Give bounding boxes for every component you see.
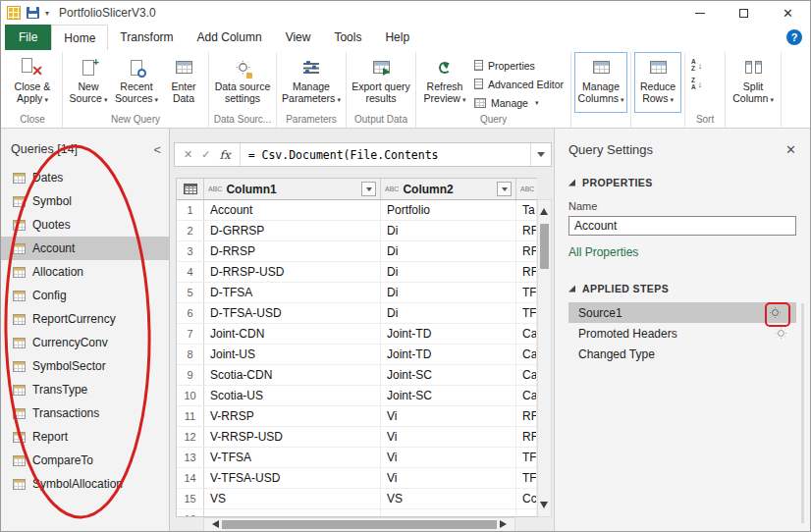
commit-formula-icon[interactable]: ✓ xyxy=(201,148,210,161)
row-number[interactable]: 5 xyxy=(177,283,204,302)
refresh-preview-button[interactable]: Refresh Preview▾ xyxy=(419,52,470,113)
filter-button[interactable] xyxy=(497,182,512,196)
export-query-results-button[interactable]: Export query results xyxy=(350,52,412,113)
filter-button[interactable] xyxy=(361,182,376,196)
horizontal-scrollbar[interactable] xyxy=(203,517,515,532)
ribbon-group-output-data: Export query results Output Data xyxy=(347,52,416,128)
table-row: 4D-RRSP-USDDiRF xyxy=(177,262,537,283)
formula-bar: ✕ ✓ fx = Csv.Document(File.Contents xyxy=(174,142,552,167)
row-number[interactable]: 9 xyxy=(177,365,204,385)
row-number[interactable]: 14 xyxy=(177,468,204,488)
ribbon-group-new-query: + New Source▾ Recent Sources▾ Enter Data… xyxy=(63,52,209,128)
collapse-pane-icon[interactable]: < xyxy=(153,143,161,156)
tab-help[interactable]: Help xyxy=(373,25,421,50)
advanced-editor-button[interactable]: Advanced Editor xyxy=(470,77,568,91)
cancel-formula-icon[interactable]: ✕ xyxy=(184,148,192,161)
tab-tools[interactable]: Tools xyxy=(322,25,373,50)
column-header-column3[interactable]: ABC C xyxy=(516,179,537,199)
help-icon[interactable]: ? xyxy=(786,29,802,45)
tab-transform[interactable]: Transform xyxy=(108,25,185,50)
close-apply-button[interactable]: ✕ Close & Apply▾ xyxy=(6,52,59,113)
tab-home[interactable]: Home xyxy=(51,25,108,50)
vertical-scroll-thumb[interactable] xyxy=(540,224,549,269)
sort-descending-button[interactable]: ZA↓ xyxy=(688,77,722,91)
column-header-column2[interactable]: ABC Column2 xyxy=(381,179,516,199)
properties-section-header[interactable]: PROPERTIES xyxy=(568,177,796,188)
tab-add-column[interactable]: Add Column xyxy=(186,25,274,50)
close-pane-icon[interactable]: ✕ xyxy=(785,142,796,157)
manage-columns-button[interactable]: Manage Columns▾ xyxy=(574,52,627,113)
new-source-button[interactable]: + New Source▾ xyxy=(66,52,111,113)
query-item-transactions[interactable]: Transactions xyxy=(1,401,169,425)
tab-view[interactable]: View xyxy=(274,25,323,50)
row-number[interactable]: 2 xyxy=(177,221,204,240)
query-item-report[interactable]: Report xyxy=(1,425,169,449)
query-item-symbolsector[interactable]: SymbolSector xyxy=(1,354,169,378)
row-number[interactable]: 15 xyxy=(177,489,204,508)
pane-scrollbar[interactable] xyxy=(801,303,804,523)
scroll-up-icon[interactable] xyxy=(540,204,548,215)
query-item-reportcurrency[interactable]: ReportCurrency xyxy=(1,307,169,331)
table-row: 5D-TFSADiTF xyxy=(177,283,537,303)
split-column-button[interactable]: Split Column▾ xyxy=(729,52,778,113)
manage-button[interactable]: Manage▾ xyxy=(470,95,568,110)
ribbon-group-sort: AZ↓ ZA↓ Sort xyxy=(685,52,726,128)
scroll-down-icon[interactable] xyxy=(540,502,548,512)
reduce-rows-button[interactable]: Reduce Rows▾ xyxy=(634,52,681,113)
row-number[interactable]: 7 xyxy=(177,324,204,344)
minimize-button[interactable] xyxy=(677,1,722,25)
applied-steps-section-header[interactable]: APPLIED STEPS xyxy=(568,283,796,294)
row-number[interactable]: 6 xyxy=(177,303,204,323)
column-header-column1[interactable]: ABC Column1 xyxy=(204,179,381,199)
table-menu-button[interactable] xyxy=(177,179,204,199)
row-number[interactable]: 4 xyxy=(177,262,204,282)
step-source1[interactable]: Source1 xyxy=(568,302,796,323)
recent-sources-button[interactable]: Recent Sources▾ xyxy=(111,52,162,113)
row-number[interactable]: 16 xyxy=(177,509,204,517)
row-number[interactable]: 11 xyxy=(177,406,204,426)
collapse-triangle-icon xyxy=(568,180,575,186)
step-changed-type[interactable]: Changed Type xyxy=(568,344,796,364)
query-item-symbolallocation[interactable]: SymbolAllocation xyxy=(1,472,169,496)
step-settings-gear-icon[interactable] xyxy=(778,330,784,337)
scroll-left-icon[interactable] xyxy=(208,520,219,528)
query-item-quotes[interactable]: Quotes xyxy=(1,213,169,237)
step-settings-gear-icon[interactable] xyxy=(772,309,779,316)
query-item-allocation[interactable]: Allocation xyxy=(1,260,169,284)
row-number[interactable]: 3 xyxy=(177,241,204,261)
data-source-settings-button[interactable]: Data source settings xyxy=(212,52,273,113)
save-icon[interactable] xyxy=(27,7,39,19)
vertical-scrollbar[interactable] xyxy=(537,199,552,517)
manage-columns-icon xyxy=(593,57,610,78)
all-properties-link[interactable]: All Properties xyxy=(568,245,796,259)
maximize-button[interactable] xyxy=(722,1,766,25)
formula-input[interactable]: = Csv.Document(File.Contents xyxy=(241,148,530,162)
row-number[interactable]: 12 xyxy=(177,427,204,447)
row-number[interactable]: 13 xyxy=(177,448,204,467)
row-number[interactable]: 10 xyxy=(177,386,204,405)
step-promoted-headers[interactable]: Promoted Headers xyxy=(568,323,796,344)
properties-button[interactable]: Properties xyxy=(470,58,568,73)
sort-ascending-button[interactable]: AZ↓ xyxy=(688,58,722,73)
query-item-dates[interactable]: Dates xyxy=(1,166,169,189)
query-name-input[interactable] xyxy=(568,216,796,236)
tab-file[interactable]: File xyxy=(5,25,51,50)
query-item-config[interactable]: Config xyxy=(1,284,169,307)
table-icon xyxy=(13,267,26,278)
query-item-currencyconv[interactable]: CurrencyConv xyxy=(1,331,169,354)
export-query-results-icon xyxy=(373,57,390,78)
expand-formula-bar-button[interactable] xyxy=(530,143,551,166)
horizontal-scroll-thumb[interactable] xyxy=(222,520,497,529)
query-item-compareto[interactable]: CompareTo xyxy=(1,449,169,472)
query-item-account[interactable]: Account xyxy=(1,237,169,260)
manage-parameters-button[interactable]: Manage Parameters▾ xyxy=(280,52,343,113)
row-number[interactable]: 1 xyxy=(177,200,204,220)
scroll-right-icon[interactable] xyxy=(500,520,511,528)
enter-data-button[interactable]: Enter Data xyxy=(162,52,205,113)
quick-access-caret-icon[interactable]: ▾ xyxy=(45,9,49,18)
close-button[interactable]: ✕ xyxy=(766,1,810,25)
query-item-transtype[interactable]: TransType xyxy=(1,378,169,401)
table-row: 9Scotia-CDNJoint-SCCa xyxy=(177,365,537,386)
query-item-symbol[interactable]: Symbol xyxy=(1,189,169,213)
row-number[interactable]: 8 xyxy=(177,345,204,364)
